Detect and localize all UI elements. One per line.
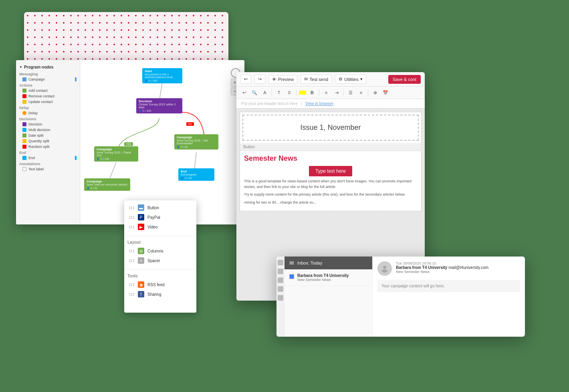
actions-section: Actions (16, 82, 80, 88)
node-campaign2-subtitle: Send 'Visit our resources section' (87, 183, 128, 186)
rss-label: RSS feed (147, 283, 165, 287)
format-undo[interactable]: ↩ (240, 88, 248, 97)
element-spacer[interactable]: ≡ Spacer (127, 256, 193, 265)
video-label: Video (147, 225, 157, 229)
columns-icon: ⊞ (138, 248, 144, 254)
side-icon-5[interactable] (278, 295, 283, 301)
svg-point-3 (383, 266, 386, 269)
pre-header[interactable]: Put your pre-header text in here | View … (236, 99, 425, 109)
node-campaign3-title: Campaign (177, 135, 216, 139)
inbox-item[interactable]: Barbara from T4 University New Semester … (284, 269, 372, 286)
undo-button[interactable]: ↩ (240, 75, 251, 84)
element-columns[interactable]: ⊞ Columns (127, 246, 193, 256)
date-split-label: Date split (28, 133, 44, 137)
node-campaign3[interactable]: Campaign Send 'Survey 2015 – Not Downloa… (174, 134, 218, 150)
format-number[interactable]: 0 (285, 88, 294, 97)
format-calendar[interactable]: 📅 (381, 88, 390, 97)
node-campaign2-title: Campaign (87, 180, 128, 183)
format-search[interactable]: 🔍 (250, 88, 259, 97)
sidebar-item-add-contact[interactable]: Add contact (16, 88, 80, 93)
side-icon-3[interactable] (278, 277, 283, 283)
element-paypal[interactable]: P PayPal (127, 212, 193, 222)
format-ordered-list[interactable]: ≡ (357, 88, 365, 97)
divider2 (124, 269, 196, 270)
body-text-3: Aiming for two or thr... change the arti… (244, 200, 417, 206)
button-icon: ▬ (138, 204, 144, 211)
inbox-preview: Tue 30/06/2020 16:06:15 Barbara from T4 … (373, 257, 525, 337)
preview-button[interactable]: 👁 Preview (268, 75, 297, 84)
end-section: End (16, 150, 80, 155)
button-label: Button (147, 206, 159, 210)
inbox-sender: Barbara from T4 University (297, 273, 367, 278)
format-more[interactable]: ⊕ (371, 88, 379, 97)
node-campaign3-count: 0 / 94 (177, 145, 216, 148)
view-in-browser-link[interactable]: View in browser (305, 101, 333, 106)
side-icon-1[interactable] (278, 260, 283, 265)
format-indent[interactable]: ⇥ (332, 88, 341, 97)
sidebar-item-text-label[interactable]: Text label (16, 166, 80, 172)
side-icon-2[interactable] (278, 269, 283, 274)
node-campaign2-count: 0 / 51 (87, 187, 128, 190)
email-main-toolbar: ↩ ↪ 👁 Preview ✉ Test send ⚙ Utilities ▾ … (236, 72, 425, 87)
divider1 (124, 236, 196, 236)
sidebar-item-update-contact[interactable]: Update contact (16, 99, 80, 105)
quantity-icon (22, 139, 26, 143)
sidebar-item-date-split[interactable]: Date split (16, 133, 80, 138)
test-send-button[interactable]: ✉ Test send (301, 75, 332, 84)
update-icon (22, 100, 26, 104)
remove-icon (22, 94, 26, 98)
node-end1[interactable]: End Exit program 0 / 94 (178, 168, 214, 181)
program-nodes-panel: Program nodes Messaging Campaign Actions… (16, 60, 244, 224)
decision-label: Decision (28, 122, 42, 126)
sidebar-item-campaign[interactable]: Campaign (16, 77, 80, 82)
email-content-block: Semester News Type text here This is a g… (240, 151, 421, 211)
format-font-color[interactable]: A (260, 88, 269, 97)
node-campaign1-title: Campaign (97, 148, 136, 151)
body-text-2: Try to supply more content for the prima… (244, 192, 417, 198)
drag-dots (129, 250, 135, 253)
inbox-subject: New Semester News (297, 278, 367, 282)
format-align[interactable]: ≡ (322, 88, 331, 97)
node-campaign1-subtitle: Send 'Survey 2015 – Thank You' (97, 151, 136, 157)
element-video[interactable]: ▶ Video (127, 222, 193, 232)
format-highlight[interactable] (299, 91, 306, 95)
utilities-button[interactable]: ⚙ Utilities ▾ (335, 75, 366, 84)
sidebar-item-delay[interactable]: Delay (16, 110, 80, 116)
sidebar-item-end[interactable]: End (16, 155, 80, 161)
inbox-checkbox[interactable] (289, 274, 294, 279)
decisions-section: Decisions (16, 116, 80, 121)
decision-icon (22, 122, 26, 126)
type-text-button[interactable]: Type text here (309, 166, 352, 176)
save-button[interactable]: Save & cont (388, 75, 421, 84)
element-sharing[interactable]: f Sharing (127, 289, 193, 299)
format-bold[interactable]: B (308, 88, 317, 97)
node-campaign1[interactable]: Campaign Send 'Survey 2015 – Thank You' … (94, 146, 138, 162)
mail-icon: ✉ (289, 260, 294, 266)
element-button[interactable]: ▬ Button (127, 203, 193, 212)
sidebar-item-random-split[interactable]: Random split (16, 144, 80, 150)
node-decision[interactable]: Decision Clicked 'Survey 2015' within 2 … (136, 98, 182, 113)
node-decision-title: Decision (139, 99, 180, 103)
sidebar-item-multi-decision[interactable]: Multi decision (16, 127, 80, 133)
format-list[interactable]: ☰ (346, 88, 355, 97)
node-end1-title: End (181, 170, 212, 173)
sidebar-item-decision[interactable]: Decision (16, 121, 80, 127)
campaign-label: Campaign (28, 77, 45, 81)
preview-subject: New Semester News (396, 270, 520, 274)
badge-yes: YES (124, 142, 133, 146)
side-icon-4[interactable] (278, 286, 283, 292)
drag-dots (129, 226, 135, 228)
sep3 (319, 89, 319, 96)
sidebar-item-remove-contact[interactable]: Remove contact (16, 93, 80, 99)
test-send-label: Test send (309, 77, 328, 82)
drag-dots (129, 293, 135, 296)
redo-button[interactable]: ↪ (254, 75, 265, 84)
sidebar-item-quantity-split[interactable]: Quantity split (16, 138, 80, 144)
node-start[interactable]: Start are present in the 1 selected addr… (142, 68, 182, 83)
update-contact-label: Update contact (28, 100, 53, 104)
node-end1-count: 0 / 94 (181, 177, 212, 180)
node-campaign2[interactable]: Campaign Send 'Visit our resources secti… (84, 178, 130, 191)
format-text[interactable]: T (274, 88, 283, 97)
remove-contact-label: Remove contact (28, 94, 54, 98)
element-rss[interactable]: ◉ RSS feed (127, 280, 193, 289)
